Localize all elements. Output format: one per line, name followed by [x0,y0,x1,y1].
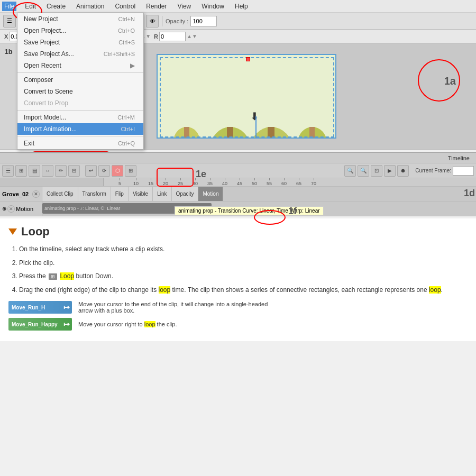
dd-exit-shortcut: Ctrl+Q [118,140,135,147]
dd-convert-scene[interactable]: Convert to Scene [17,86,143,97]
dd-new-project[interactable]: New Project Ctrl+N [17,13,143,25]
eye-btn[interactable]: 👁 [146,15,159,28]
motion-close[interactable]: ✕ [7,205,15,213]
dd-import-model[interactable]: Import Model... Ctrl+M [17,112,143,123]
tl-btn-5[interactable]: ✏ [55,165,67,177]
loop-btn[interactable]: ⟳ [98,165,110,177]
tl-btn-6[interactable]: ⊟ [68,165,80,177]
tl-btn-rec[interactable]: ⏺ [397,165,409,177]
dd-sep2 [17,110,143,111]
clip-row-1: Move_Run_H ↦ Move your cursor to the end… [8,301,468,314]
loop-icon: ⟳ [102,168,106,173]
dd-sep3 [17,136,143,136]
motion-btn[interactable]: Motion [198,187,223,201]
loop-highlight-desc: loop [144,321,155,327]
clip-name-1: Move_Run_H [12,305,45,310]
tick-40: 40 [222,178,227,186]
left-labels: 1b [0,43,17,149]
opacity-btn-tl[interactable]: Opacity [172,187,199,201]
menu-edit[interactable]: Edit [23,2,38,11]
current-frame-input[interactable] [453,166,474,176]
tick-55: 55 [267,178,272,186]
top-section: File Edit Create Animation Control Rende… [0,0,476,150]
dd-open-project[interactable]: Open Project... Ctrl+O [17,25,143,36]
loop-section: Loop On the timeline, select any track w… [0,218,476,341]
clip-arrow-1: ↦ [63,303,70,312]
flip-btn[interactable]: Flip [111,187,129,201]
dd-save-project[interactable]: Save Project Ctrl+S [17,36,143,48]
clip-row-2: Move_Run_Happy ↦ Move your cursor right … [8,318,468,331]
tl-btn-fit[interactable]: ⊡ [371,165,382,177]
dd-save-label: Save Project [24,39,60,46]
loop-steps: On the timeline, select any track where … [8,244,468,296]
x-label: X [4,33,8,40]
opacity-label: Opacity : [166,18,188,24]
tick-50: 50 [252,178,257,186]
motion-label: ⊕ ✕ Motion [0,202,42,216]
tick-30: 30 [193,178,198,186]
grove-row: Grove_02 ✕ Collect Clip Transform Flip V… [0,187,476,202]
tick-35: 35 [207,178,213,186]
step-4: Drag the end (right edge) of the clip to… [19,285,468,296]
tl-btn-9[interactable]: ⬡ [112,165,123,177]
grove-track[interactable] [223,187,476,201]
loop-highlight-4b: loop [429,286,441,294]
visible-btn[interactable]: Visible [129,187,153,201]
collapse-triangle[interactable] [8,228,17,235]
collect-clip-btn[interactable]: Collect Clip [42,187,78,201]
new-btn[interactable]: ☰ [3,15,16,28]
grove-close[interactable]: ✕ [32,190,40,198]
menu-help[interactable]: Help [233,2,250,11]
menu-bar: File Edit Create Animation Control Rende… [0,0,476,13]
tick-60: 60 [281,178,287,186]
tl-btn-3[interactable]: ▤ [29,165,40,177]
tl-btn-7[interactable]: ↩ [85,165,97,177]
tl-btn-1[interactable]: ☰ [2,165,14,177]
dd-open-shortcut: Ctrl+O [118,28,135,34]
ann-label-1a: 1a [444,75,456,87]
ruler-offset [0,178,104,186]
ruler-ticks: 5 10 15 20 25 30 35 40 45 50 55 60 65 70 [104,178,476,186]
transform-btn[interactable]: Transform [78,187,111,201]
motion-clip-text: animating prop - ♪: Linear, ©: Linear [44,206,120,211]
tick-25: 25 [178,178,183,186]
grove-actions: Collect Clip Transform Flip Visible Link… [42,187,223,201]
expand-icon[interactable]: ⊕ [2,206,6,212]
tl-btn-10[interactable]: ⊞ [125,165,136,177]
menu-animation[interactable]: Animation [74,2,106,11]
timeline-tooltip: animating prop - Transition Curve: Linea… [175,206,324,215]
dd-save-as[interactable]: Save Project As... Ctrl+Shift+S [17,48,143,60]
current-frame-label: Current Frame: [415,168,451,173]
menu-render[interactable]: Render [144,2,169,11]
tick-5: 5 [118,178,121,186]
tl-btn-play[interactable]: ▶ [384,165,396,177]
opacity-input[interactable] [190,16,217,26]
menu-view[interactable]: View [175,2,193,11]
dd-saveas-shortcut: Ctrl+Shift+S [104,51,135,57]
dd-exit[interactable]: Exit Ctrl+Q [17,138,143,149]
tl-btn-4[interactable]: ↔ [42,165,53,177]
tooltip-text: animating prop - Transition Curve: Linea… [178,208,320,214]
dd-save-shortcut: Ctrl+S [118,39,135,45]
tl-btn-2[interactable]: ⊞ [15,165,27,177]
clip-desc-1: Move your cursor to the end of the clip,… [78,301,268,314]
steps-list: On the timeline, select any track where … [8,244,468,296]
dd-open-recent[interactable]: Open Recent ▶ [17,60,143,71]
dd-recent-label: Open Recent [24,62,61,69]
loop-title: Loop [8,225,468,239]
timeline-header: Timeline [0,153,476,163]
menu-control[interactable]: Control [113,2,138,11]
menu-window[interactable]: Window [199,2,226,11]
dd-composer[interactable]: Composer [17,74,143,86]
loop-highlight-3: Loop [60,272,74,280]
clip-name-2: Move_Run_Happy [12,322,58,327]
tl-btn-zoom-out[interactable]: 🔍 [344,165,356,177]
dd-import-anim-label: Import Animation... [24,125,77,133]
menu-file[interactable]: File [2,2,16,11]
dd-import-animation[interactable]: Import Animation... Ctrl+I [17,123,143,135]
menu-create[interactable]: Create [44,2,68,11]
grove-name: Grove_02 [2,191,29,197]
r-input[interactable] [159,32,186,41]
link-btn-tl[interactable]: Link [153,187,171,201]
tl-btn-zoom-in[interactable]: 🔍 [358,165,369,177]
